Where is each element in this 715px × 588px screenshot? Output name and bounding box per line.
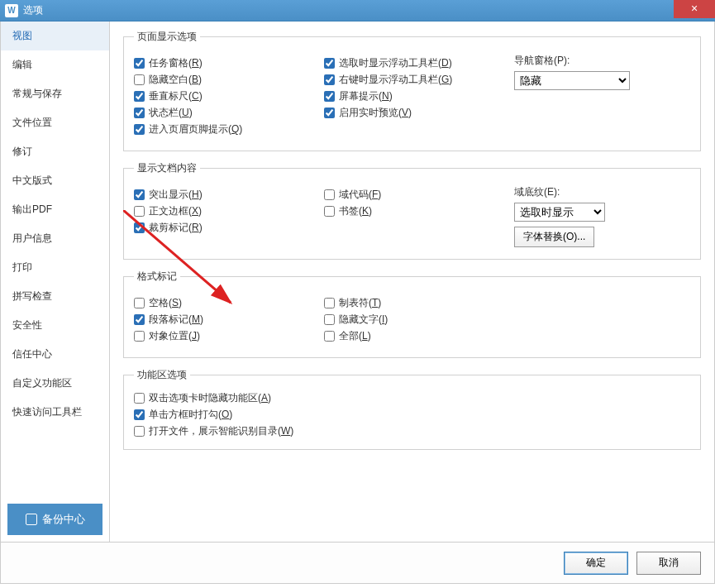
page-display-c1-label-2[interactable]: 垂直标尺(C) [149,89,203,103]
doc-content-c2-checkbox-1[interactable] [324,206,335,217]
page-display-c1-label-1[interactable]: 隐藏空白(B) [149,73,202,87]
nav-pane-select[interactable]: 隐藏 [514,71,630,90]
ribbon-label-1[interactable]: 单击方框时打勾(O) [149,408,232,422]
format-marks-c2-checkbox-0[interactable] [324,298,335,308]
doc-content-c1-item-0: 突出显示(H) [134,188,324,202]
sidebar-item-7[interactable]: 用户信息 [1,224,109,253]
ribbon-checkbox-2[interactable] [134,426,145,437]
page-display-c2-label-3[interactable]: 启用实时预览(V) [339,106,412,120]
group-page-display: 页面显示选项 任务窗格(R)隐藏空白(B)垂直标尺(C)状态栏(U)进入页眉页脚… [123,30,701,151]
page-display-c1-label-4[interactable]: 进入页眉页脚提示(Q) [149,122,242,136]
doc-content-c1-checkbox-1[interactable] [134,206,145,217]
doc-content-c2-label-1[interactable]: 书签(K) [339,204,372,218]
doc-content-c1-label-1[interactable]: 正文边框(X) [149,204,202,218]
format-marks-c1-label-0[interactable]: 空格(S) [149,296,182,310]
main-container: 视图编辑常规与保存文件位置修订中文版式输出PDF用户信息打印拼写检查安全性信任中… [0,22,715,543]
format-marks-c2-checkbox-1[interactable] [324,314,335,325]
cancel-button[interactable]: 取消 [636,552,701,575]
doc-content-c2-label-0[interactable]: 域代码(F) [339,188,381,202]
page-display-c1-item-3: 状态栏(U) [134,106,324,120]
format-marks-c1-label-1[interactable]: 段落标记(M) [149,313,203,327]
doc-content-c2-checkbox-0[interactable] [324,189,335,200]
field-shading-label: 域底纹(E): [514,185,690,199]
field-shading-select[interactable]: 选取时显示 [514,203,605,222]
page-display-c2-checkbox-3[interactable] [324,108,335,118]
format-marks-c1-label-2[interactable]: 对象位置(J) [149,329,200,343]
ribbon-item-2: 打开文件，展示智能识别目录(W) [134,424,690,438]
page-display-c2-item-0: 选取时显示浮动工具栏(D) [324,56,514,70]
sidebar-item-4[interactable]: 修订 [1,137,109,166]
group-doc-content: 显示文档内容 突出显示(H)正文边框(X)裁剪标记(R) 域代码(F)书签(K)… [123,161,701,260]
ribbon-checkbox-1[interactable] [134,409,145,420]
page-display-c1-checkbox-4[interactable] [134,124,145,135]
page-display-c1-item-0: 任务窗格(R) [134,56,324,70]
backup-label: 备份中心 [42,512,85,527]
close-button[interactable]: × [674,0,715,18]
ribbon-label-2[interactable]: 打开文件，展示智能识别目录(W) [149,424,293,438]
page-display-c2-label-0[interactable]: 选取时显示浮动工具栏(D) [339,56,452,70]
page-display-c1-checkbox-2[interactable] [134,91,145,102]
page-display-c1-label-3[interactable]: 状态栏(U) [149,106,193,120]
format-marks-c2-label-0[interactable]: 制表符(T) [339,296,381,310]
page-display-c1-item-2: 垂直标尺(C) [134,89,324,103]
format-marks-c2-checkbox-2[interactable] [324,331,335,342]
window-title: 选项 [23,3,43,17]
backup-icon [26,514,37,525]
doc-content-c1-checkbox-2[interactable] [134,222,145,233]
sidebar-item-5[interactable]: 中文版式 [1,166,109,195]
sidebar: 视图编辑常规与保存文件位置修订中文版式输出PDF用户信息打印拼写检查安全性信任中… [1,22,110,542]
sidebar-item-9[interactable]: 拼写检查 [1,282,109,311]
page-display-c1-item-4: 进入页眉页脚提示(Q) [134,122,324,136]
format-marks-c2-item-0: 制表符(T) [324,296,514,310]
sidebar-item-6[interactable]: 输出PDF [1,195,109,224]
doc-content-c1-label-2[interactable]: 裁剪标记(R) [149,221,203,235]
sidebar-item-1[interactable]: 编辑 [1,50,109,79]
doc-content-c1-label-0[interactable]: 突出显示(H) [149,188,203,202]
page-display-c2-item-1: 右键时显示浮动工具栏(G) [324,73,514,87]
format-marks-c1-checkbox-2[interactable] [134,331,145,342]
doc-content-c2-item-1: 书签(K) [324,204,514,218]
sidebar-item-8[interactable]: 打印 [1,253,109,282]
page-display-c2-checkbox-0[interactable] [324,58,335,69]
ribbon-item-0: 双击选项卡时隐藏功能区(A) [134,391,690,405]
format-marks-c1-checkbox-1[interactable] [134,314,145,325]
legend-page-display: 页面显示选项 [134,30,200,44]
doc-content-c1-checkbox-0[interactable] [134,189,145,200]
format-marks-c1-checkbox-0[interactable] [134,298,145,308]
page-display-c2-checkbox-2[interactable] [324,91,335,102]
sidebar-item-12[interactable]: 自定义功能区 [1,369,109,398]
sidebar-item-2[interactable]: 常规与保存 [1,79,109,108]
format-marks-c1-item-2: 对象位置(J) [134,329,324,343]
sidebar-item-0[interactable]: 视图 [1,22,109,50]
page-display-c1-checkbox-3[interactable] [134,108,145,118]
sidebar-item-3[interactable]: 文件位置 [1,108,109,137]
titlebar: W 选项 × [0,0,715,22]
format-marks-c2-label-2[interactable]: 全部(L) [339,329,371,343]
format-marks-c2-item-2: 全部(L) [324,329,514,343]
format-marks-c2-item-1: 隐藏文字(I) [324,313,514,327]
legend-doc-content: 显示文档内容 [134,161,200,175]
page-display-c1-checkbox-1[interactable] [134,74,145,85]
page-display-c2-item-3: 启用实时预览(V) [324,106,514,120]
backup-center-button[interactable]: 备份中心 [7,504,102,535]
page-display-c2-item-2: 屏幕提示(N) [324,89,514,103]
legend-ribbon-options: 功能区选项 [134,368,190,382]
sidebar-item-11[interactable]: 信任中心 [1,340,109,369]
page-display-c1-label-0[interactable]: 任务窗格(R) [149,56,203,70]
page-display-c2-checkbox-1[interactable] [324,74,335,85]
nav-pane-label: 导航窗格(P): [514,54,690,68]
legend-format-marks: 格式标记 [134,270,180,284]
format-marks-c1-item-1: 段落标记(M) [134,313,324,327]
ribbon-label-0[interactable]: 双击选项卡时隐藏功能区(A) [149,391,271,405]
page-display-c2-label-2[interactable]: 屏幕提示(N) [339,89,393,103]
ok-button[interactable]: 确定 [564,552,628,575]
page-display-c1-checkbox-0[interactable] [134,58,145,69]
ribbon-item-1: 单击方框时打勾(O) [134,408,690,422]
doc-content-c1-item-1: 正文边框(X) [134,204,324,218]
format-marks-c2-label-1[interactable]: 隐藏文字(I) [339,313,388,327]
font-replace-button[interactable]: 字体替换(O)... [514,227,594,247]
page-display-c2-label-1[interactable]: 右键时显示浮动工具栏(G) [339,73,452,87]
sidebar-item-13[interactable]: 快速访问工具栏 [1,398,109,427]
ribbon-checkbox-0[interactable] [134,393,145,404]
sidebar-item-10[interactable]: 安全性 [1,311,109,340]
